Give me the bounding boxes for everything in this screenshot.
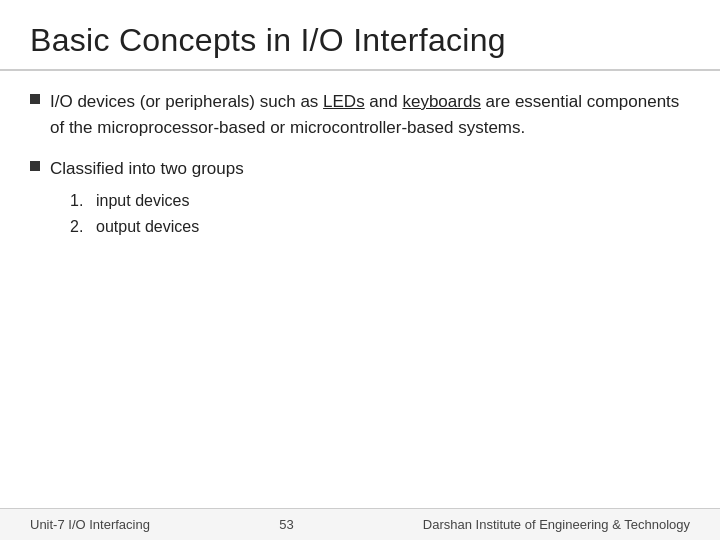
sub-item-2-num: 2.	[70, 214, 88, 240]
bullet-icon-1	[30, 94, 40, 104]
bullet1-text-before: I/O devices (or peripherals) such as	[50, 92, 323, 111]
sub-list: 1. input devices 2. output devices	[70, 188, 244, 239]
bullet-item-1: I/O devices (or peripherals) such as LED…	[30, 89, 690, 142]
bullet-text-1: I/O devices (or peripherals) such as LED…	[50, 89, 690, 142]
sub-list-item-1: 1. input devices	[70, 188, 244, 214]
bullet1-link-leds: LEDs	[323, 92, 365, 111]
sub-list-item-2: 2. output devices	[70, 214, 244, 240]
bullet2-text: Classified into two groups	[50, 159, 244, 178]
sub-item-2-text: output devices	[96, 214, 199, 240]
sub-item-1-num: 1.	[70, 188, 88, 214]
bullet-item-2: Classified into two groups 1. input devi…	[30, 156, 690, 240]
footer-left: Unit-7 I/O Interfacing	[30, 517, 150, 532]
slide-footer: Unit-7 I/O Interfacing 53 Darshan Instit…	[0, 508, 720, 540]
bullet-icon-2	[30, 161, 40, 171]
footer-center: 53	[279, 517, 293, 532]
bullet-text-2: Classified into two groups 1. input devi…	[50, 156, 244, 240]
bullet1-text-mid: and	[365, 92, 403, 111]
bullet1-link-keyboards: keyboards	[402, 92, 480, 111]
slide-content: I/O devices (or peripherals) such as LED…	[0, 71, 720, 508]
slide: Basic Concepts in I/O Interfacing I/O de…	[0, 0, 720, 540]
footer-right: Darshan Institute of Engineering & Techn…	[423, 517, 690, 532]
slide-header: Basic Concepts in I/O Interfacing	[0, 0, 720, 71]
sub-item-1-text: input devices	[96, 188, 189, 214]
slide-title: Basic Concepts in I/O Interfacing	[30, 22, 690, 59]
